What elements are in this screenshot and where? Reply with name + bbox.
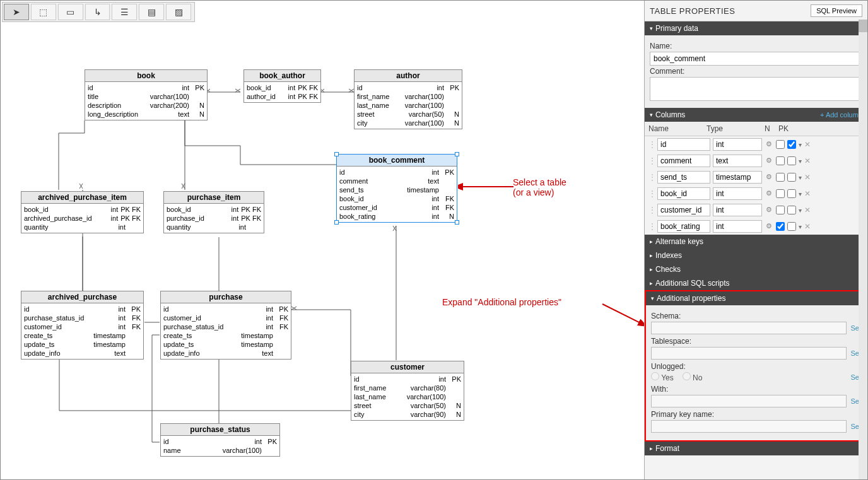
pk-checkbox[interactable]	[787, 189, 796, 198]
column-row: ⋮⋮⚙▾✕	[645, 136, 867, 153]
drag-handle-icon[interactable]: ⋮⋮	[648, 189, 655, 198]
nullable-checkbox[interactable]	[776, 140, 785, 149]
unlogged-yes-radio[interactable]	[651, 372, 659, 380]
drag-handle-icon[interactable]: ⋮⋮	[648, 206, 655, 214]
table-author[interactable]: authoridintPKfirst_namevarchar(100)last_…	[354, 69, 462, 129]
column-type-input[interactable]	[713, 138, 762, 151]
add-column-link[interactable]: + Add column	[820, 111, 862, 119]
column-name-input[interactable]	[657, 171, 710, 184]
chevron-down-icon[interactable]: ▾	[799, 141, 802, 148]
column-type-input[interactable]	[713, 171, 762, 184]
sql-preview-button[interactable]: SQL Preview	[811, 4, 862, 17]
table-column: update_infotext	[24, 349, 141, 358]
comment-input[interactable]	[650, 77, 862, 101]
table-purchase_status[interactable]: purchase_statusidintPKnamevarchar(100)	[160, 423, 280, 457]
section-alternate-keys[interactable]: ▸Alternate keys	[645, 235, 867, 249]
tablespace-input[interactable]	[651, 347, 847, 360]
column-row: ⋮⋮⚙▾✕	[645, 218, 867, 235]
table-book[interactable]: bookidintPKtitlevarchar(100)descriptionv…	[85, 69, 208, 120]
scrollbar[interactable]	[859, 20, 867, 479]
erd-canvas[interactable]: bookidintPKtitlevarchar(100)descriptionv…	[1, 1, 644, 479]
pk-checkbox[interactable]	[787, 206, 796, 214]
gear-icon[interactable]: ⚙	[765, 156, 773, 165]
pk-checkbox[interactable]	[787, 140, 796, 149]
column-name-input[interactable]	[657, 187, 710, 200]
gear-icon[interactable]: ⚙	[765, 222, 773, 231]
table-title: archived_purchase_item	[21, 192, 143, 204]
chevron-down-icon[interactable]: ▾	[799, 174, 802, 181]
with-input[interactable]	[651, 395, 847, 407]
gear-icon[interactable]: ⚙	[765, 189, 773, 198]
caret-down-icon: ▾	[650, 25, 653, 32]
schema-label: Schema:	[651, 312, 861, 320]
section-checks[interactable]: ▸Checks	[645, 262, 867, 276]
scroll-up-icon[interactable]	[859, 20, 867, 32]
table-column: last_namevarchar(100)	[357, 101, 459, 110]
nullable-checkbox[interactable]	[776, 189, 785, 198]
drag-handle-icon[interactable]: ⋮⋮	[648, 140, 655, 149]
pk-checkbox[interactable]	[787, 173, 796, 182]
delete-icon[interactable]: ✕	[804, 189, 811, 198]
nullable-checkbox[interactable]	[776, 156, 785, 165]
section-primary-data[interactable]: ▾Primary data	[645, 21, 867, 35]
section-indexes[interactable]: ▸Indexes	[645, 249, 867, 262]
table-column: author_idintPK FK	[247, 92, 318, 101]
nullable-checkbox[interactable]	[776, 173, 785, 182]
section-additional-sql[interactable]: ▸Additional SQL scripts	[645, 276, 867, 290]
schema-input[interactable]	[651, 322, 847, 334]
table-book_author[interactable]: book_authorbook_idintPK FKauthor_idintPK…	[243, 69, 321, 103]
chevron-down-icon[interactable]: ▾	[799, 223, 802, 230]
column-type-input[interactable]	[713, 155, 762, 167]
drag-handle-icon[interactable]: ⋮⋮	[648, 173, 655, 182]
table-column: last_namevarchar(100)	[354, 392, 461, 401]
caret-right-icon: ▸	[650, 266, 653, 272]
chevron-down-icon[interactable]: ▾	[799, 158, 802, 165]
table-book_comment[interactable]: book_comment idintPKcommenttextsend_tsti…	[336, 154, 457, 223]
column-type-input[interactable]	[713, 220, 762, 233]
panel-title: TABLE PROPERTIES	[650, 6, 735, 16]
column-name-input[interactable]	[657, 220, 710, 233]
table-column: cityvarchar(100)N	[357, 119, 459, 127]
column-type-input[interactable]	[713, 204, 762, 216]
table-column: commenttext	[339, 177, 454, 185]
table-archived_purchase[interactable]: archived_purchaseidintPKpurchase_status_…	[21, 291, 144, 360]
table-column: idintPK	[163, 437, 277, 446]
nullable-checkbox[interactable]	[776, 206, 785, 214]
pkname-input[interactable]	[651, 420, 847, 433]
table-purchase_item[interactable]: purchase_itembook_idintPK FKpurchase_idi…	[163, 191, 264, 233]
drag-handle-icon[interactable]: ⋮⋮	[648, 222, 655, 231]
column-name-input[interactable]	[657, 204, 710, 216]
gear-icon[interactable]: ⚙	[765, 206, 773, 214]
delete-icon[interactable]: ✕	[804, 173, 811, 182]
name-input[interactable]	[650, 52, 862, 66]
gear-icon[interactable]: ⚙	[765, 140, 773, 149]
table-customer[interactable]: customeridintPKfirst_namevarchar(80)last…	[351, 361, 464, 421]
section-format[interactable]: ▸Format	[645, 442, 867, 455]
delete-icon[interactable]: ✕	[804, 222, 811, 231]
table-archived_purchase_item[interactable]: archived_purchase_itembook_idintPK FKarc…	[21, 191, 144, 233]
section-additional-properties[interactable]: ▾Additional properties	[646, 291, 866, 305]
table-column: update_tstimestamp	[163, 340, 288, 349]
nullable-checkbox[interactable]	[776, 222, 785, 231]
column-row: ⋮⋮⚙▾✕	[645, 185, 867, 202]
table-title: archived_purchase	[21, 291, 143, 303]
delete-icon[interactable]: ✕	[804, 140, 811, 149]
column-name-input[interactable]	[657, 155, 710, 167]
table-purchase[interactable]: purchaseidintPKcustomer_idintFKpurchase_…	[160, 291, 291, 360]
column-name-input[interactable]	[657, 138, 710, 151]
tablespace-label: Tablespace:	[651, 337, 861, 346]
pk-checkbox[interactable]	[787, 222, 796, 231]
table-column: idintPK	[88, 83, 204, 92]
section-columns[interactable]: ▾Columns+ Add column	[645, 108, 867, 122]
pk-checkbox[interactable]	[787, 156, 796, 165]
drag-handle-icon[interactable]: ⋮⋮	[648, 156, 655, 165]
column-type-input[interactable]	[713, 187, 762, 200]
unlogged-no-radio[interactable]	[683, 372, 691, 380]
chevron-down-icon[interactable]: ▾	[799, 207, 802, 214]
chevron-down-icon[interactable]: ▾	[799, 190, 802, 197]
table-title: book_author	[244, 70, 320, 82]
delete-icon[interactable]: ✕	[804, 206, 811, 214]
delete-icon[interactable]: ✕	[804, 156, 811, 165]
gear-icon[interactable]: ⚙	[765, 173, 773, 182]
column-row: ⋮⋮⚙▾✕	[645, 202, 867, 218]
